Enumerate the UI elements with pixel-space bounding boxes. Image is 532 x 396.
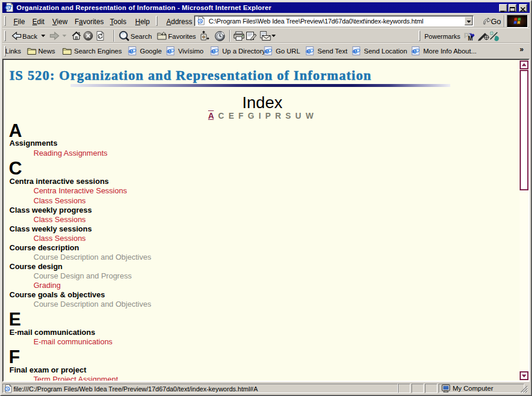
svg-text:M: M — [468, 35, 473, 42]
